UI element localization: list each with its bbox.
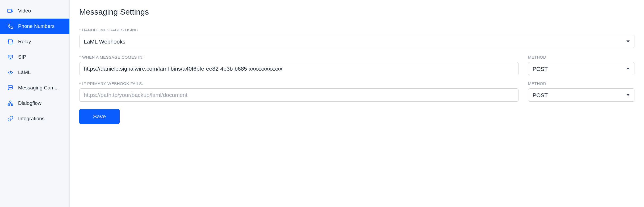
- message-icon: [7, 85, 13, 91]
- svg-line-15: [10, 71, 11, 75]
- sidebar-item-label: Video: [18, 8, 31, 14]
- save-button[interactable]: Save: [79, 109, 120, 124]
- primary-webhook-group: * WHEN A MESSAGE COMES IN:: [79, 55, 518, 75]
- backup-webhook-row: * IF PRIMARY WEBHOOK FAILS: METHOD POST: [79, 81, 634, 102]
- backup-webhook-input[interactable]: [79, 88, 518, 102]
- backup-webhook-group: * IF PRIMARY WEBHOOK FAILS:: [79, 81, 518, 102]
- sidebar-item-relay[interactable]: Relay: [0, 34, 69, 49]
- backup-method-select[interactable]: POST: [528, 88, 634, 102]
- svg-point-18: [11, 87, 12, 88]
- sidebar-item-label: Phone Numbers: [18, 23, 55, 29]
- sidebar-item-phone-numbers[interactable]: Phone Numbers: [0, 19, 69, 34]
- svg-rect-0: [8, 9, 11, 13]
- svg-point-16: [9, 87, 10, 88]
- dialogflow-icon: [7, 100, 13, 106]
- sidebar-item-label: Dialogflow: [18, 100, 41, 106]
- sidebar-item-integrations[interactable]: Integrations: [0, 111, 69, 126]
- primary-method-group: METHOD POST: [528, 55, 634, 75]
- primary-method-select[interactable]: POST: [528, 62, 634, 75]
- video-icon: [7, 8, 13, 14]
- primary-webhook-label: * WHEN A MESSAGE COMES IN:: [79, 55, 518, 59]
- backup-webhook-label: * IF PRIMARY WEBHOOK FAILS:: [79, 81, 518, 86]
- handle-messages-select[interactable]: LaML Webhooks: [79, 35, 634, 48]
- sidebar-item-label: LāML: [18, 70, 31, 75]
- sidebar-item-dialogflow[interactable]: Dialogflow: [0, 96, 69, 111]
- handle-messages-label: * HANDLE MESSAGES USING: [79, 28, 634, 32]
- page-title: Messaging Settings: [79, 7, 634, 16]
- sidebar-item-sip[interactable]: SIP: [0, 49, 69, 65]
- primary-webhook-row: * WHEN A MESSAGE COMES IN: METHOD POST: [79, 55, 634, 75]
- sidebar-item-label: Integrations: [18, 116, 44, 122]
- sidebar-item-laml[interactable]: LāML: [0, 65, 69, 80]
- primary-method-label: METHOD: [528, 55, 634, 59]
- svg-point-17: [10, 87, 11, 88]
- link-icon: [7, 116, 13, 122]
- handle-messages-select-wrap: LaML Webhooks: [79, 35, 634, 48]
- backup-method-select-wrap: POST: [528, 88, 634, 102]
- primary-method-select-wrap: POST: [528, 62, 634, 75]
- svg-marker-1: [11, 10, 13, 12]
- relay-icon: [7, 39, 13, 45]
- sidebar-item-video[interactable]: Video: [0, 3, 69, 19]
- sidebar: Video Phone Numbers Relay SIP LāML Messa…: [0, 0, 70, 207]
- svg-rect-2: [9, 39, 12, 44]
- code-icon: [7, 70, 13, 75]
- backup-method-label: METHOD: [528, 81, 634, 86]
- main-content: Messaging Settings * HANDLE MESSAGES USI…: [70, 0, 644, 207]
- primary-webhook-input[interactable]: [79, 62, 518, 75]
- sip-icon: [7, 54, 13, 60]
- backup-method-group: METHOD POST: [528, 81, 634, 102]
- handle-messages-group: * HANDLE MESSAGES USING LaML Webhooks: [79, 28, 634, 48]
- sidebar-item-label: Messaging Cam...: [18, 85, 59, 91]
- sidebar-item-label: SIP: [18, 54, 26, 60]
- phone-icon: [7, 23, 13, 29]
- sidebar-item-messaging-campaigns[interactable]: Messaging Cam...: [0, 80, 69, 96]
- sidebar-item-label: Relay: [18, 39, 31, 45]
